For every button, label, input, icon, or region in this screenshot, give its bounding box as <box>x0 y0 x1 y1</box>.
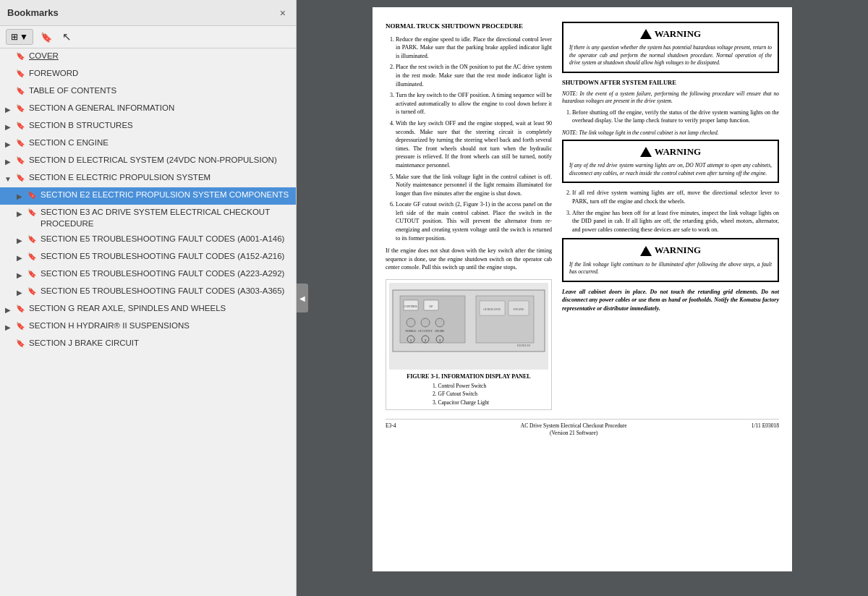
main-step: Locate GF cutout switch (2, Figure 3-1) … <box>396 200 552 242</box>
leave-note-text: Leave all cabinet doors in place. Do not… <box>562 288 779 313</box>
figure-image: CONTROL GF NORMAL GF CUTOUT ENGINE <box>389 283 548 370</box>
expand-btn-toc <box>3 87 13 88</box>
main-step: Make sure that the link voltage light in… <box>396 173 552 198</box>
bookmark-item-sec-h[interactable]: ▶🔖SECTION H HYDRAIR® II SUSPENSIONS <box>0 318 296 336</box>
bookmark-item-sec-e5-b[interactable]: ▶🔖SECTION E5 TROUBLESHOOTING FAULT CODES… <box>0 249 296 266</box>
warning-box-1: WARNING If there is any question whether… <box>562 22 779 73</box>
expand-view-button[interactable]: ⊞ ▼ <box>6 29 33 45</box>
shutdown-step: If all red drive system warning lights a… <box>572 189 779 205</box>
bookmark-item-toc[interactable]: 🔖TABLE OF CONTENTS <box>0 83 296 101</box>
pdf-left-column: NORMAL TRUCK SHUTDOWN PROCEDURE Reduce t… <box>386 22 552 410</box>
bookmark-icon-sec-g: 🔖 <box>14 304 26 314</box>
expand-btn-sec-h[interactable]: ▶ <box>3 322 13 333</box>
tag-button[interactable]: 🔖 <box>36 30 56 45</box>
warning-text-2: If any of the red drive system warning l… <box>569 162 772 177</box>
expand-btn-sec-e2[interactable]: ▶ <box>14 191 25 202</box>
cursor-icon: ↖ <box>59 29 75 45</box>
figure-caption: FIGURE 3-1. INFORMATION DISPLAY PANEL <box>389 372 548 380</box>
bookmark-icon-sec-e3: 🔖 <box>26 208 38 218</box>
bookmark-item-sec-d[interactable]: ▶🔖SECTION D ELECTRICAL SYSTEM (24VDC NON… <box>0 153 296 170</box>
warning-label-1: WARNING <box>655 27 701 41</box>
bookmark-item-sec-c[interactable]: ▶🔖SECTION C ENGINE <box>0 135 296 153</box>
expand-btn-sec-e[interactable]: ▼ <box>3 174 13 184</box>
bookmark-icon-sec-e5-c: 🔖 <box>26 269 38 279</box>
shutdown-steps-body: Before shutting off the engine, verify t… <box>562 108 779 125</box>
bookmark-icon-foreword: 🔖 <box>14 69 26 79</box>
main-step: Turn the key switch to the OFF position.… <box>396 91 552 116</box>
warning-header-1: WARNING <box>569 27 772 41</box>
main-step: With the key switch OFF and the engine s… <box>396 119 552 170</box>
bookmark-label-sec-e5-a: SECTION E5 TROUBLESHOOTING FAULT CODES (… <box>41 234 292 245</box>
link-note: NOTE: The link voltage light in the cont… <box>562 129 779 137</box>
warning-triangle-icon-3 <box>640 246 652 256</box>
warning-header-2: WARNING <box>569 145 772 158</box>
expand-btn-sec-e5-b[interactable]: ▶ <box>14 252 25 263</box>
pdf-page: NORMAL TRUCK SHUTDOWN PROCEDURE Reduce t… <box>373 7 792 571</box>
bookmark-label-toc: TABLE OF CONTENTS <box>29 85 292 97</box>
expand-btn-sec-d[interactable]: ▶ <box>3 156 13 167</box>
footer-right: 1/11 E03018 <box>752 422 779 438</box>
bookmark-item-sec-b[interactable]: ▶🔖SECTION B STRUCTURES <box>0 118 296 135</box>
bookmark-item-sec-e2[interactable]: ▶🔖SECTION E2 ELECTRIC PROPULSION SYSTEM … <box>0 187 296 205</box>
bookmarks-close-button[interactable]: × <box>277 6 289 20</box>
warning-box-3: WARNING If the link voltage light contin… <box>562 238 779 281</box>
footer-center-text: AC Drive System Electrical Checkout Proc… <box>521 422 627 437</box>
bookmark-item-sec-e5-d[interactable]: ▶🔖SECTION E5 TROUBLESHOOTING FAULT CODES… <box>0 284 296 301</box>
warning-text-1: If there is any question whether the sys… <box>569 44 772 67</box>
expand-btn-sec-g[interactable]: ▶ <box>3 305 13 315</box>
bookmarks-header: Bookmarks × <box>0 0 296 26</box>
svg-point-6 <box>407 318 415 327</box>
grid-icon: ⊞ <box>11 32 18 42</box>
bookmark-label-sec-b: SECTION B STRUCTURES <box>29 120 292 132</box>
bookmarks-toolbar: ⊞ ▼ 🔖 ↖ <box>0 26 296 48</box>
warning-triangle-icon-1 <box>640 29 652 39</box>
bookmark-label-foreword: FOREWORD <box>29 68 292 80</box>
pdf-right-column: WARNING If there is any question whether… <box>562 22 779 410</box>
leave-note-body: Leave all cabinet doors in place. Do not… <box>562 288 779 313</box>
expand-btn-sec-b[interactable]: ▶ <box>3 122 13 132</box>
shutdown-steps-2: If all red drive system warning lights a… <box>562 189 779 234</box>
collapse-panel-button[interactable]: ◀ <box>297 284 308 312</box>
bookmark-icon-cover: 🔖 <box>14 51 26 61</box>
bookmark-label-sec-j: SECTION J BRAKE CIRCUIT <box>29 338 292 349</box>
bookmark-item-sec-e5-a[interactable]: ▶🔖SECTION E5 TROUBLESHOOTING FAULT CODES… <box>0 231 296 249</box>
figure-item: 3. Capacitor Charge Light <box>433 399 548 406</box>
bookmark-icon-sec-e5-a: 🔖 <box>26 234 38 244</box>
bookmark-item-cover[interactable]: 🔖COVER <box>0 48 296 66</box>
footer-center: AC Drive System Electrical Checkout Proc… <box>521 422 627 438</box>
pdf-footer: E3-4 AC Drive System Electrical Checkout… <box>386 419 779 438</box>
figure-container: CONTROL GF NORMAL GF CUTOUT ENGINE <box>386 279 552 410</box>
pdf-main-title: NORMAL TRUCK SHUTDOWN PROCEDURE <box>386 22 552 31</box>
expand-btn-sec-a[interactable]: ▶ <box>3 104 13 115</box>
svg-text:GENERATOR: GENERATOR <box>483 307 501 311</box>
bookmark-label-cover: COVER <box>29 51 292 62</box>
panel-diagram-svg: CONTROL GF NORMAL GF CUTOUT ENGINE <box>389 283 548 362</box>
main-step: Place the rest switch in the ON position… <box>396 63 552 88</box>
expand-btn-cover <box>3 52 13 53</box>
bookmark-item-sec-e[interactable]: ▼🔖SECTION E ELECTRIC PROPULSION SYSTEM <box>0 170 296 187</box>
expand-btn-sec-e5-d[interactable]: ▶ <box>14 287 25 298</box>
bookmark-label-sec-e5-c: SECTION E5 TROUBLESHOOTING FAULT CODES (… <box>41 268 292 280</box>
bookmark-item-sec-j[interactable]: 🔖SECTION J BRAKE CIRCUIT <box>0 336 296 353</box>
bookmark-icon-sec-h: 🔖 <box>14 321 26 331</box>
expand-btn-sec-e5-a[interactable]: ▶ <box>14 235 25 246</box>
bookmark-icon-sec-e2: 🔖 <box>26 190 38 200</box>
bookmark-item-sec-e3[interactable]: ▶🔖SECTION E3 AC DRIVE SYSTEM ELECTRICAL … <box>0 205 296 231</box>
bookmark-icon-sec-a: 🔖 <box>14 103 26 114</box>
warning-label-2: WARNING <box>655 145 701 158</box>
bookmark-item-sec-a[interactable]: ▶🔖SECTION A GENERAL INFORMATION <box>0 101 296 118</box>
bookmark-label-sec-e2: SECTION E2 ELECTRIC PROPULSION SYSTEM CO… <box>41 190 292 201</box>
bookmark-item-sec-e5-c[interactable]: ▶🔖SECTION E5 TROUBLESHOOTING FAULT CODES… <box>0 266 296 284</box>
svg-text:E030120: E030120 <box>517 344 531 347</box>
expand-btn-sec-c[interactable]: ▶ <box>3 139 13 150</box>
bookmark-icon-sec-e5-b: 🔖 <box>26 252 38 262</box>
bookmark-icon-sec-c: 🔖 <box>14 138 26 148</box>
bookmark-item-foreword[interactable]: 🔖FOREWORD <box>0 66 296 83</box>
bookmark-item-sec-g[interactable]: ▶🔖SECTION G REAR AXLE, SPINDLES AND WHEE… <box>0 301 296 318</box>
bookmarks-list: 🔖COVER🔖FOREWORD🔖TABLE OF CONTENTS▶🔖SECTI… <box>0 48 296 596</box>
expand-btn-sec-e3[interactable]: ▶ <box>14 208 25 219</box>
tag-icon: 🔖 <box>41 32 52 43</box>
expand-btn-foreword <box>3 69 13 70</box>
expand-btn-sec-e5-c[interactable]: ▶ <box>14 270 25 281</box>
bookmark-icon-sec-d: 🔖 <box>14 156 26 166</box>
